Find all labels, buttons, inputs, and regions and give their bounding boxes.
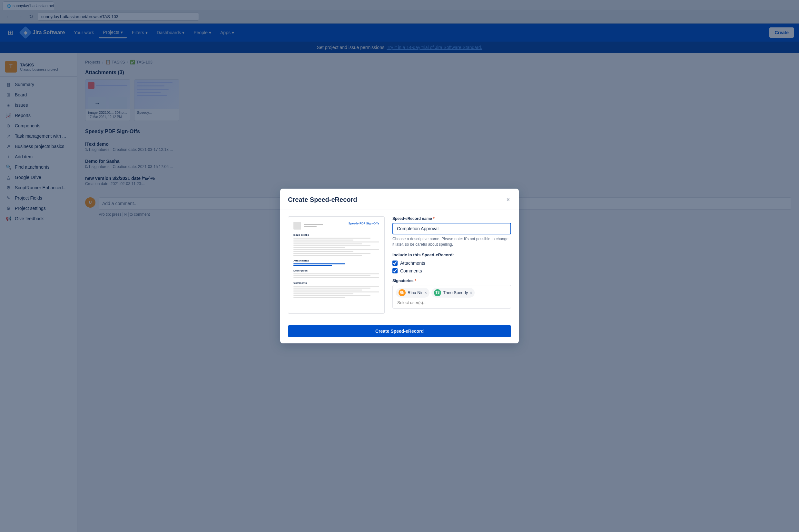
theo-speedy-avatar: TS <box>434 289 441 296</box>
checkbox-comments-label: Comments <box>400 268 422 273</box>
theo-speedy-name: Theo Speedy <box>443 290 468 295</box>
checkbox-attachments[interactable]: Attachments <box>393 261 511 266</box>
preview-line-2 <box>304 226 317 227</box>
preview-issue-details-label: Issue details <box>293 233 379 236</box>
preview-line-1 <box>304 224 323 225</box>
modal-overlay: Create Speed-eRecord × Speedy PDF Sign-O… <box>0 0 799 532</box>
rina-nir-remove[interactable]: × <box>425 290 427 295</box>
preview-header: Speedy PDF Sign-Offs <box>293 222 379 230</box>
rina-nir-avatar: RN <box>399 289 406 296</box>
preview-issue-details: Issue details <box>293 233 379 256</box>
preview-attachments: Attachments <box>293 259 379 266</box>
modal-form: Speed-eRecord name * Choose a descriptiv… <box>393 216 511 314</box>
modal-footer: Create Speed-eRecord <box>280 320 519 343</box>
preview-attachments-label: Attachments <box>293 259 379 262</box>
include-group: Include in this Speed-eRecord: Attachmen… <box>393 252 511 273</box>
signatories-box[interactable]: RN Rina Nir × TS Theo Speedy × <box>393 285 511 308</box>
modal-title: Create Speed-eRecord <box>288 196 357 204</box>
checkbox-comments-input[interactable] <box>393 268 398 273</box>
preview-comments-label: Comments <box>293 282 379 284</box>
name-field-group: Speed-eRecord name * Choose a descriptiv… <box>393 216 511 247</box>
preview-logo-box <box>293 222 301 230</box>
signatory-theo-speedy: TS Theo Speedy × <box>432 288 475 298</box>
signatories-input[interactable] <box>396 300 508 306</box>
modal-close-button[interactable]: × <box>505 195 511 204</box>
signatories-required: * <box>415 279 416 283</box>
create-speed-erecord-button[interactable]: Create Speed-eRecord <box>288 325 511 337</box>
checkbox-group: Attachments Comments <box>393 261 511 273</box>
rina-nir-name: Rina Nir <box>407 290 423 295</box>
checkbox-attachments-label: Attachments <box>400 261 425 266</box>
modal-header: Create Speed-eRecord × <box>280 189 519 210</box>
theo-speedy-remove[interactable]: × <box>470 290 472 295</box>
signatories-label: Signatories * <box>393 279 511 283</box>
modal: Create Speed-eRecord × Speedy PDF Sign-O… <box>280 189 519 343</box>
modal-preview: Speedy PDF Sign-Offs Issue details <box>288 216 385 314</box>
signatories-tags: RN Rina Nir × TS Theo Speedy × <box>396 288 508 306</box>
preview-description-label: Description <box>293 269 379 272</box>
speed-erecord-name-input[interactable] <box>393 223 511 234</box>
signatory-rina-nir: RN Rina Nir × <box>396 288 430 298</box>
checkbox-attachments-input[interactable] <box>393 261 398 266</box>
name-label: Speed-eRecord name * <box>393 216 511 221</box>
preview-logo-area <box>293 222 323 230</box>
modal-body: Speedy PDF Sign-Offs Issue details <box>280 210 519 320</box>
preview-logo-lines <box>304 224 323 227</box>
required-indicator: * <box>433 216 435 221</box>
preview-description: Description <box>293 269 379 278</box>
name-hint: Choose a descriptive name. Please note: … <box>393 236 511 247</box>
checkbox-comments[interactable]: Comments <box>393 268 511 273</box>
include-label: Include in this Speed-eRecord: <box>393 252 511 257</box>
signatories-group: Signatories * RN Rina Nir × TS <box>393 279 511 308</box>
preview-brand-text: Speedy PDF Sign-Offs <box>348 222 379 225</box>
preview-comments: Comments <box>293 282 379 298</box>
